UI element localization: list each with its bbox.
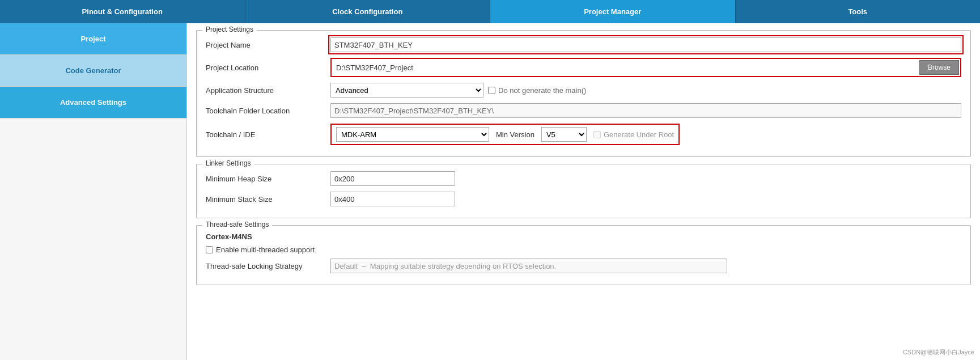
min-stack-label: Minimum Stack Size bbox=[206, 195, 330, 204]
linker-settings-section: Linker Settings Minimum Heap Size Minimu… bbox=[196, 164, 971, 218]
project-name-label: Project Name bbox=[206, 41, 330, 49]
watermark: CSDN@物联网小白Jayce bbox=[903, 348, 974, 357]
project-location-input[interactable] bbox=[333, 61, 919, 74]
project-settings-section: Project Settings Project Name Project Lo… bbox=[196, 30, 971, 157]
nav-pinout[interactable]: Pinout & Configuration bbox=[0, 0, 245, 23]
sidebar-item-advanced-settings[interactable]: Advanced Settings bbox=[0, 87, 186, 118]
toolchain-ide-row: Toolchain / IDE MDK-ARM Min Version V5 G… bbox=[206, 124, 961, 145]
sidebar: Project Code Generator Advanced Settings bbox=[0, 23, 187, 360]
project-name-row: Project Name bbox=[206, 37, 961, 52]
enable-multi-thread-label[interactable]: Enable multi-threaded support bbox=[206, 245, 961, 254]
toolchain-ide-wrapper: MDK-ARM Min Version V5 Generate Under Ro… bbox=[330, 124, 680, 145]
project-location-row: Project Location Browse bbox=[206, 58, 961, 77]
app-structure-label: Application Structure bbox=[206, 86, 330, 95]
min-stack-row: Minimum Stack Size bbox=[206, 192, 961, 206]
thread-safe-settings-section: Thread-safe Settings Cortex-M4NS Enable … bbox=[196, 225, 971, 285]
min-heap-label: Minimum Heap Size bbox=[206, 175, 330, 183]
do-not-generate-checkbox[interactable] bbox=[488, 87, 495, 94]
cortex-label: Cortex-M4NS bbox=[206, 232, 961, 241]
min-stack-input[interactable] bbox=[330, 192, 455, 206]
nav-clock[interactable]: Clock Configuration bbox=[245, 0, 491, 23]
top-nav: Pinout & Configuration Clock Configurati… bbox=[0, 0, 980, 23]
thread-locking-input[interactable] bbox=[330, 259, 727, 273]
thread-safe-legend: Thread-safe Settings bbox=[202, 221, 272, 228]
sidebar-item-code-generator[interactable]: Code Generator bbox=[0, 55, 186, 87]
generate-under-root-label[interactable]: Generate Under Root bbox=[593, 130, 674, 139]
app-structure-select[interactable]: Advanced bbox=[330, 83, 483, 98]
project-location-label: Project Location bbox=[206, 63, 330, 72]
app-structure-row: Application Structure Advanced Do not ge… bbox=[206, 83, 961, 98]
nav-project-manager[interactable]: Project Manager bbox=[490, 0, 736, 23]
toolchain-folder-input[interactable] bbox=[330, 103, 961, 118]
toolchain-folder-label: Toolchain Folder Location bbox=[206, 107, 330, 115]
browse-button[interactable]: Browse bbox=[919, 60, 959, 75]
toolchain-ide-select[interactable]: MDK-ARM bbox=[336, 127, 489, 142]
project-name-input[interactable] bbox=[330, 37, 961, 52]
min-heap-input[interactable] bbox=[330, 171, 455, 186]
project-settings-legend: Project Settings bbox=[202, 26, 257, 33]
enable-multi-thread-checkbox[interactable] bbox=[206, 246, 213, 253]
thread-locking-label: Thread-safe Locking Strategy bbox=[206, 262, 330, 270]
min-heap-row: Minimum Heap Size bbox=[206, 171, 961, 186]
toolchain-folder-row: Toolchain Folder Location bbox=[206, 103, 961, 118]
generate-under-root-checkbox[interactable] bbox=[593, 131, 601, 138]
thread-locking-row: Thread-safe Locking Strategy bbox=[206, 259, 961, 273]
content-area: Project Settings Project Name Project Lo… bbox=[187, 23, 980, 360]
linker-settings-legend: Linker Settings bbox=[202, 159, 254, 167]
do-not-generate-checkbox-label[interactable]: Do not generate the main() bbox=[488, 86, 586, 95]
sidebar-item-project[interactable]: Project bbox=[0, 23, 186, 55]
nav-tools[interactable]: Tools bbox=[736, 0, 981, 23]
min-version-select[interactable]: V5 bbox=[541, 127, 587, 142]
min-version-label: Min Version bbox=[496, 130, 534, 139]
project-location-wrapper: Browse bbox=[330, 58, 961, 77]
main-layout: Project Code Generator Advanced Settings… bbox=[0, 23, 980, 360]
toolchain-ide-label: Toolchain / IDE bbox=[206, 130, 330, 139]
